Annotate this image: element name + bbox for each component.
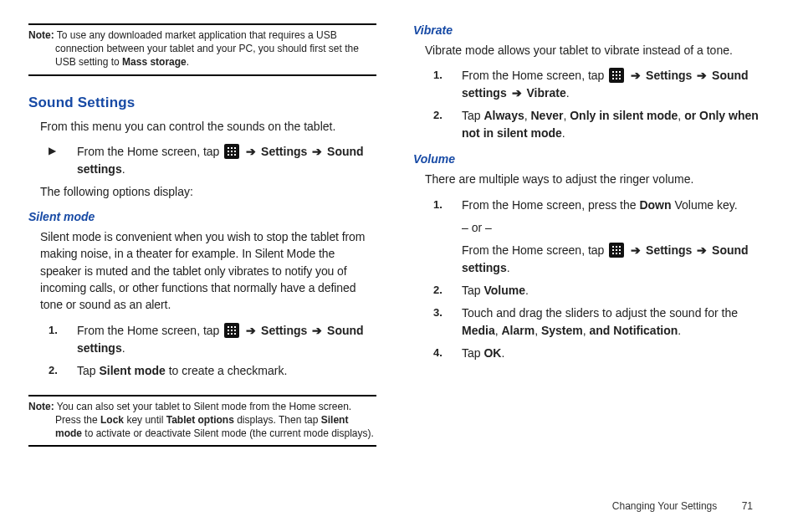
text: From the Home screen, tap	[462, 243, 607, 257]
text: to create a checkmark.	[166, 364, 288, 377]
arrow-icon: ➔	[312, 324, 322, 337]
page-number: 71	[742, 500, 753, 512]
settings-text: Settings	[646, 243, 692, 257]
ok-bold: OK	[483, 346, 501, 360]
or-text: – or –	[462, 219, 761, 237]
step-content: Tap Volume.	[462, 282, 761, 299]
apps-icon	[609, 68, 624, 83]
bullet-step: ▶ From the Home screen, tap ➔ Settings ➔…	[28, 143, 376, 178]
period: .	[507, 261, 510, 274]
volume-body: There are multiple ways to adjust the ri…	[413, 171, 761, 187]
text: From the Home screen, press the	[462, 198, 639, 212]
text: Tap	[462, 346, 483, 360]
text: Tap	[462, 284, 483, 297]
volume-step-4: 4. Tap OK.	[413, 345, 761, 362]
left-column: Note: To use any downloaded market appli…	[28, 23, 376, 465]
step-marker: 3.	[413, 304, 462, 340]
t: displays. Then tap	[234, 414, 321, 426]
volume-step-3: 3. Touch and drag the sliders to adjust …	[413, 304, 761, 340]
volume-step-2: 2. Tap Volume.	[413, 282, 761, 299]
step-marker: 1.	[413, 67, 462, 102]
heading-sound-settings: Sound Settings	[28, 95, 376, 111]
arrow-icon: ➔	[312, 145, 322, 158]
arrow-icon: ➔	[631, 69, 641, 82]
vibrate-body: Vibrate mode allows your tablet to vibra…	[413, 42, 761, 59]
step-marker: 2.	[413, 282, 462, 299]
down-bold: Down	[639, 198, 671, 212]
period: .	[122, 162, 125, 176]
c: ,	[583, 324, 590, 337]
heading-vibrate: Vibrate	[413, 23, 761, 37]
t: key until	[124, 414, 166, 426]
step-marker: 2.	[28, 362, 77, 380]
period: .	[525, 284, 529, 297]
media-bold: Media	[462, 324, 495, 337]
text: From the Home screen, tap	[77, 324, 223, 337]
period: .	[501, 346, 504, 360]
step-content: Tap Always, Never, Only in silent mode, …	[462, 107, 761, 142]
step-content: Touch and drag the sliders to adjust the…	[462, 304, 761, 340]
alarm-bold: Alarm	[501, 324, 535, 337]
arrow-icon: ➔	[512, 86, 522, 100]
settings-text: Settings	[646, 69, 692, 82]
note-tail: .	[187, 56, 189, 68]
t: to activate or deactivate Silent mode (t…	[82, 427, 374, 439]
tabletopt-bold: Tablet options	[166, 414, 234, 426]
arrow-icon: ➔	[697, 243, 707, 257]
period: .	[566, 86, 570, 100]
page-footer: Changing Your Settings 71	[612, 500, 753, 512]
apps-icon	[224, 144, 239, 159]
c: ,	[678, 109, 684, 122]
lock-bold: Lock	[100, 414, 124, 426]
text: Tap	[462, 109, 483, 122]
arrow-icon: ➔	[246, 324, 256, 337]
text: Volume key.	[672, 198, 738, 212]
step-content: Tap Silent mode to create a checkmark.	[77, 362, 376, 380]
heading-silent-mode: Silent mode	[28, 210, 376, 223]
silent-mode-bold: Silent mode	[99, 364, 165, 377]
note-usb: Note: To use any downloaded market appli…	[28, 23, 376, 76]
note-label: Note:	[28, 401, 54, 412]
arrow-icon: ➔	[246, 145, 256, 158]
silent-body: Silent mode is convenient when you wish …	[28, 228, 376, 313]
heading-volume: Volume	[413, 152, 761, 166]
note-label: Note:	[28, 29, 54, 41]
silent-step-2: 2. Tap Silent mode to create a checkmark…	[28, 362, 376, 380]
text: From the Home screen, tap	[77, 145, 223, 158]
page: Note: To use any downloaded market appli…	[0, 0, 798, 480]
silent-step-1: 1. From the Home screen, tap ➔ Settings …	[28, 322, 376, 357]
always-bold: Always	[483, 109, 524, 122]
arrow-icon: ➔	[631, 243, 641, 257]
never-bold: Never	[531, 109, 564, 122]
bullet-marker: ▶	[28, 143, 77, 178]
apps-icon	[609, 243, 624, 258]
step-content: From the Home screen, press the Down Vol…	[462, 197, 761, 277]
settings-text: Settings	[261, 324, 307, 337]
vibrate-text: Vibrate	[526, 86, 565, 100]
arrow-icon: ➔	[697, 69, 707, 82]
step-content: From the Home screen, tap ➔ Settings ➔ S…	[77, 322, 376, 357]
text: From the Home screen, tap	[462, 69, 607, 82]
andnotif-bold: and Notification	[590, 324, 678, 337]
onlysilent-bold: Only in silent mode	[570, 109, 678, 122]
volume-step-1: 1. From the Home screen, press the Down …	[413, 197, 761, 277]
note-text: To use any downloaded market application…	[54, 29, 359, 68]
step-content: Tap OK.	[462, 345, 761, 362]
bullet-content: From the Home screen, tap ➔ Settings ➔ S…	[77, 143, 376, 178]
period: .	[678, 324, 681, 337]
period: .	[122, 341, 125, 355]
right-column: Vibrate Vibrate mode allows your tablet …	[413, 23, 761, 465]
text: Tap	[77, 364, 99, 377]
volume-bold: Volume	[483, 284, 525, 297]
vibrate-step-1: 1. From the Home screen, tap ➔ Settings …	[413, 67, 761, 102]
note-bold: Mass storage	[122, 56, 187, 68]
step-marker: 2.	[413, 107, 462, 142]
step-marker: 4.	[413, 345, 462, 362]
section-name: Changing Your Settings	[612, 500, 717, 512]
step-content: From the Home screen, tap ➔ Settings ➔ S…	[462, 67, 761, 102]
options-text: The following options display:	[28, 183, 376, 200]
c: ,	[524, 109, 531, 122]
vibrate-step-2: 2. Tap Always, Never, Only in silent mod…	[413, 107, 761, 142]
text: Touch and drag the sliders to adjust the…	[462, 306, 738, 320]
period: .	[562, 126, 565, 140]
